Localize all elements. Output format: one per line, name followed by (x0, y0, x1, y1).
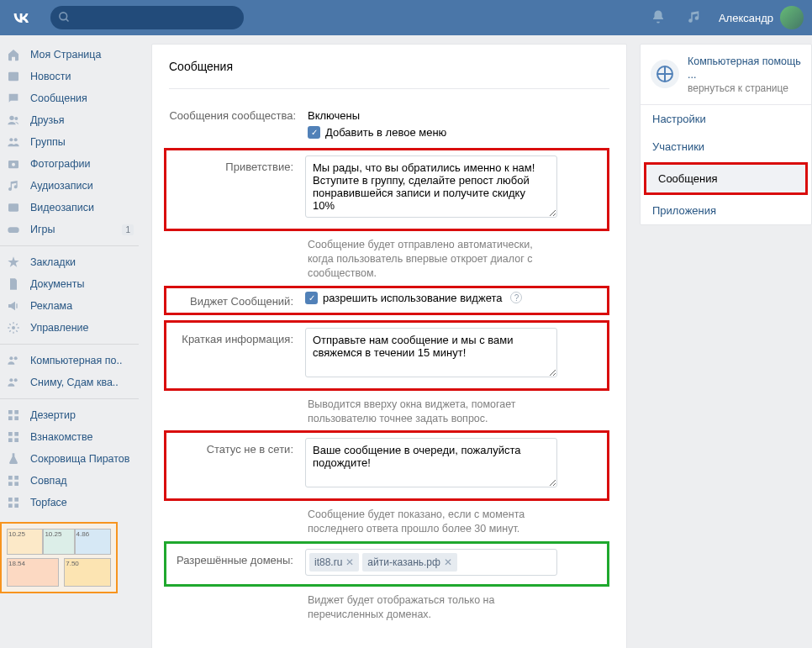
domain-token: айти-казань.рф ✕ (362, 553, 457, 572)
vk-logo[interactable] (8, 5, 34, 30)
groups-icon (5, 135, 22, 149)
search-wrap (50, 6, 244, 29)
content-panel: Сообщения Сообщения сообщества: Включены… (151, 44, 627, 648)
games-icon (5, 223, 22, 236)
textarea-brief[interactable] (305, 328, 557, 377)
textarea-offline[interactable] (305, 438, 557, 487)
label-widget: Виджет Сообщений: (166, 290, 305, 308)
community-header[interactable]: Компьютерная помощь ... вернуться к стра… (641, 45, 811, 105)
nav-item-реклама[interactable]: Реклама (0, 295, 139, 317)
svg-point-13 (9, 378, 13, 382)
checkbox-widget-label: разрешить использование виджета (323, 292, 502, 304)
svg-rect-24 (14, 476, 18, 480)
app-icon (5, 496, 22, 509)
video-icon (5, 201, 22, 214)
nav-item-взнакомстве[interactable]: Взнакомстве (0, 426, 139, 448)
svg-point-4 (9, 138, 13, 141)
svg-rect-23 (8, 476, 13, 480)
svg-point-7 (12, 163, 15, 166)
checkbox-left-menu-label: Добавить в левое меню (325, 126, 446, 139)
checkbox-left-menu[interactable]: ✓ (308, 126, 320, 139)
nav-item-фотографии[interactable]: Фотографии (0, 153, 139, 175)
textarea-greeting[interactable] (305, 155, 557, 218)
nav-item-совпад[interactable]: Совпад (0, 470, 139, 492)
svg-rect-18 (14, 416, 18, 420)
svg-rect-19 (8, 432, 13, 436)
label-brief: Краткая информация: (166, 328, 305, 345)
svg-rect-27 (8, 498, 13, 502)
help-icon[interactable]: ? (510, 292, 522, 303)
search-icon (58, 11, 71, 26)
ads-icon (5, 299, 22, 313)
nav-item-игры[interactable]: Игры1 (0, 219, 139, 240)
svg-rect-8 (8, 203, 18, 211)
username: Александр (719, 12, 773, 24)
friends-icon (5, 113, 22, 127)
msg-icon (5, 92, 22, 105)
community-back-link: вернуться к странице (688, 82, 801, 94)
label-greeting: Приветствие: (166, 155, 305, 173)
svg-rect-25 (8, 482, 13, 486)
people-icon (5, 376, 22, 389)
nav-item-документы[interactable]: Документы (0, 273, 139, 295)
nav-item-управление[interactable]: Управление (0, 317, 139, 339)
domain-token: it88.ru ✕ (309, 553, 359, 572)
svg-rect-17 (8, 416, 13, 420)
nav-item-группы[interactable]: Группы (0, 131, 139, 153)
svg-point-0 (60, 13, 67, 20)
svg-rect-22 (14, 438, 18, 442)
settings-menu-Сообщения[interactable]: Сообщения (646, 165, 805, 192)
flask-icon (5, 452, 22, 466)
home-icon (5, 48, 22, 61)
nav-item-видеозаписи[interactable]: Видеозаписи (0, 197, 139, 219)
nav-item-друзья[interactable]: Друзья (0, 109, 139, 131)
svg-rect-1 (8, 72, 18, 82)
hint-brief: Выводится вверху окна виджета, помогает … (308, 398, 560, 426)
nav-item-сокровища-пиратов[interactable]: Сокровища Пиратов (0, 448, 139, 470)
settings-menu-Участники[interactable]: Участники (641, 133, 811, 161)
user-menu[interactable]: Александр (719, 6, 804, 29)
svg-point-5 (14, 138, 18, 141)
nav-badge: 1 (122, 224, 134, 235)
nav-item-сниму-сдам-ква-[interactable]: Сниму, Сдам ква.. (0, 371, 139, 393)
left-nav: Моя СтраницаНовостиСообщенияДрузьяГруппы… (0, 44, 139, 648)
label-community-messages: Сообщения сообщества: (169, 104, 308, 122)
svg-point-11 (9, 356, 13, 360)
checkbox-widget[interactable]: ✓ (305, 292, 318, 304)
nav-item-компьютерная-по-[interactable]: Компьютерная по.. (0, 350, 139, 371)
svg-rect-28 (14, 498, 18, 502)
people-icon (5, 354, 22, 367)
search-input[interactable] (50, 6, 244, 29)
nav-item-аудиозаписи[interactable]: Аудиозаписи (0, 175, 139, 197)
nav-item-новости[interactable]: Новости (0, 66, 139, 87)
music-icon[interactable] (687, 9, 702, 27)
app-icon (5, 474, 22, 487)
remove-token-icon[interactable]: ✕ (444, 556, 452, 568)
bell-icon[interactable] (651, 9, 666, 27)
nav-item-topface[interactable]: Topface (0, 492, 139, 514)
right-column: Компьютерная помощь ... вернуться к стра… (640, 44, 812, 648)
svg-rect-15 (8, 410, 13, 414)
photo-icon (5, 157, 22, 171)
community-icon (651, 60, 679, 88)
header-icons (651, 9, 702, 27)
svg-rect-20 (14, 432, 18, 436)
promo-floorplan[interactable]: 10.2510.254.8618.547.50 (0, 522, 118, 593)
remove-token-icon[interactable]: ✕ (345, 556, 354, 568)
nav-item-закладки[interactable]: Закладки (0, 251, 139, 273)
value-community-messages: Включены (308, 104, 560, 122)
nav-item-сообщения[interactable]: Сообщения (0, 87, 139, 109)
svg-rect-9 (8, 227, 18, 233)
hint-domains: Виджет будет отображаться только на пере… (308, 593, 560, 622)
domains-input[interactable]: it88.ru ✕айти-казань.рф ✕ (305, 549, 557, 576)
settings-icon (5, 321, 22, 335)
label-offline: Статус не в сети: (166, 438, 305, 456)
settings-menu-Приложения[interactable]: Приложения (641, 197, 811, 224)
nav-item-моя-страница[interactable]: Моя Страница (0, 44, 139, 66)
svg-point-10 (12, 326, 15, 329)
settings-menu-Настройки[interactable]: Настройки (641, 105, 811, 133)
label-domains: Разрешённые домены: (166, 549, 305, 566)
settings-menu: НастройкиУчастникиСообщенияПриложения (641, 105, 811, 224)
nav-item-дезертир[interactable]: Дезертир (0, 404, 139, 426)
app-icon (5, 408, 22, 422)
